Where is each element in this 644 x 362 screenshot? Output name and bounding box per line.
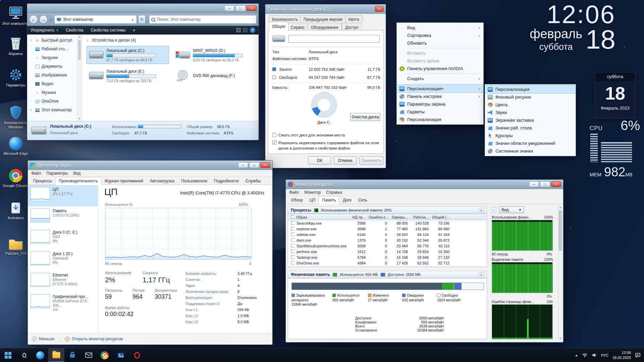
scroll-up-icon[interactable]: ▲ <box>558 205 562 209</box>
submenu-item-screensaver[interactable]: Экранная заставка <box>485 116 576 124</box>
expand-chevron-icon[interactable]: ∨ <box>30 108 33 112</box>
sidebar-scrollbar[interactable]: ▲ ▼ <box>77 35 82 121</box>
action-center-icon[interactable] <box>635 353 641 358</box>
tab-memory[interactable]: Память <box>319 196 339 204</box>
menu-item-paste-shortcut[interactable]: Вставить ярлык <box>397 57 483 65</box>
close-button[interactable]: × <box>260 162 270 168</box>
disk-cleanup-button[interactable]: Очистка диска <box>350 113 380 121</box>
dialog-titlebar[interactable]: Свойства: Локальный диск (C:) × <box>265 4 386 14</box>
drive-f[interactable]: DVD DVD RW дисковод (F:) <box>173 67 256 85</box>
menu-item-personalization-plus[interactable]: Персонализация+› <box>397 85 483 93</box>
menu-item-sort[interactable]: Сортировка› <box>397 32 483 39</box>
table-row[interactable]: perfmon.exe1612014 70829 82416 260 <box>288 249 487 254</box>
sidebar-item-videos[interactable]: Видео <box>27 79 77 88</box>
taskbar-icon-edge[interactable] <box>32 348 48 362</box>
ok-button[interactable]: ОК <box>308 157 331 165</box>
cancel-button[interactable]: Отмена <box>334 157 357 165</box>
checkbox-checked[interactable]: ✓ <box>272 140 276 144</box>
scrollbar-thumb[interactable] <box>559 210 562 251</box>
perf-item-cpu[interactable]: ЦП2% 1,17 ГГц <box>28 185 98 206</box>
column-header[interactable]: Ошибок о... <box>367 215 389 219</box>
table-row[interactable]: SearchApp.exe2588088 000140 52873 336 <box>288 220 487 226</box>
forward-button[interactable]: → <box>39 15 48 24</box>
menu-item-new[interactable]: Создать› <box>397 75 483 82</box>
perf-item-disk1[interactable]: Диск 1 (D:)Сменный0% <box>28 249 98 271</box>
minimize-button[interactable]: – <box>224 5 234 11</box>
table-header-row[interactable]: Образ ИД пр... Ошибок о... Заверш... Раб… <box>288 214 487 220</box>
taskbar-icon-photos[interactable] <box>113 348 129 362</box>
column-header[interactable]: Рабочи... <box>410 215 430 219</box>
menu-item-display-settings[interactable]: Параметры экрана <box>397 100 483 108</box>
menu-options[interactable]: Параметры <box>47 171 68 176</box>
tab-quota[interactable]: Квота <box>345 15 363 23</box>
submenu-item-colors[interactable]: Цвета <box>485 101 576 109</box>
row-checkbox[interactable] <box>291 233 295 236</box>
index-checkbox[interactable]: ✓Разрешить индексировать содержимое файл… <box>272 140 380 151</box>
perf-item-memory[interactable]: Память1,0/3,5 ГБ (29%) <box>28 206 98 228</box>
menu-item-refresh[interactable]: Обновить <box>397 39 483 47</box>
scroll-down-icon[interactable]: ▼ <box>558 337 562 340</box>
tab-previous-versions[interactable]: Предыдущие версии <box>300 15 346 23</box>
view-tiles-icon[interactable] <box>236 28 240 32</box>
sidebar-item-quick-access[interactable]: ∨★Быстрый доступ <box>27 36 77 45</box>
window-titlebar[interactable]: Диспетчер задач – □ × <box>28 161 272 170</box>
tab-processes[interactable]: Процессы <box>30 177 55 185</box>
section-header[interactable]: ∨Устройства и диски (4) <box>87 38 136 43</box>
menu-item-gadgets[interactable]: Гаджеты <box>397 108 483 116</box>
sidebar-item-documents[interactable]: Документы <box>27 62 77 71</box>
perf-item-disk0[interactable]: Диск 0 (C: E:)SSD0% <box>28 228 98 249</box>
tab-details[interactable]: Подробности <box>211 177 242 185</box>
table-row[interactable]: Taskmgr.exe5784016 16839 94827 132 <box>288 254 487 260</box>
compress-checkbox[interactable]: Сжать этот диск для экономии места <box>272 133 380 137</box>
search-input[interactable] <box>157 17 254 22</box>
submenu-item-system-icons[interactable]: Системные значки <box>485 147 576 155</box>
menu-help[interactable]: Справка <box>326 190 342 195</box>
tab-network[interactable]: Сеть <box>355 196 371 204</box>
desktop-icon-windows-security[interactable]: Безопасность Windows <box>1 104 30 129</box>
toolbar-overflow-button[interactable]: » <box>133 28 135 33</box>
sidebar-item-onedrive[interactable]: ›OneDrive <box>27 97 77 106</box>
window-titlebar[interactable]: Монитор ресурсов – □ × <box>286 180 563 189</box>
menu-view[interactable]: Вид <box>73 171 80 176</box>
menu-file[interactable]: Файл <box>289 190 299 195</box>
scroll-down-icon[interactable]: ▼ <box>77 117 82 120</box>
explorer-titlebar[interactable]: – □ × <box>27 4 259 13</box>
close-button[interactable]: × <box>247 5 257 11</box>
sidebar-item-pictures[interactable]: Изображения <box>27 71 77 79</box>
back-button[interactable]: ← <box>29 15 38 24</box>
physical-memory-section-header[interactable]: Физическая память Используется: 955 МБ Д… <box>288 271 487 278</box>
table-row[interactable]: OneDrive.exe4984017 42862 55252 712 <box>288 260 487 266</box>
taskbar-search-button[interactable] <box>16 348 32 362</box>
network-icon[interactable] <box>582 353 588 358</box>
submenu-item-personalization[interactable]: Персонализация <box>485 85 576 93</box>
drive-e[interactable]: Локальный диск (E:) 71,0 ГБ свободно из … <box>87 67 169 85</box>
apply-button[interactable]: Применить <box>359 157 383 165</box>
sidebar-item-desktop[interactable]: Рабочий сто... <box>27 45 77 53</box>
desktop-icon-patches-fix[interactable]: Patches_FIX <box>1 235 30 256</box>
volume-label-input[interactable] <box>288 35 380 43</box>
desktop-icon-chrome[interactable]: Google Chrome <box>1 167 30 188</box>
sidebar-item-music[interactable]: ♪Музыка <box>27 88 77 97</box>
row-checkbox[interactable] <box>291 238 295 242</box>
collapse-chevron-icon[interactable]: ∧ <box>479 208 484 213</box>
table-row[interactable]: StartMenuExperienceHost.exe3008023 46456… <box>288 243 487 249</box>
checkbox-unchecked[interactable] <box>272 133 276 137</box>
taskbar-icon-explorer[interactable] <box>48 348 64 362</box>
column-header[interactable]: ИД пр... <box>348 215 367 219</box>
maximize-button[interactable]: □ <box>540 181 550 187</box>
collapse-panel-icon[interactable]: › <box>491 207 496 213</box>
language-indicator[interactable]: РУС <box>601 353 608 357</box>
submenu-item-desktop-icons[interactable]: Значки раб. стола <box>485 124 576 132</box>
tray-clock[interactable]: 12:06 18.02.2023 <box>612 350 631 360</box>
table-row[interactable]: sidebar.exe5140028 92049 12431 164 <box>288 232 487 237</box>
minimize-button[interactable]: – <box>238 162 248 168</box>
expand-chevron-icon[interactable]: › <box>30 100 33 103</box>
taskbar-icon-chrome[interactable] <box>97 348 113 362</box>
desktop-icon-this-pc[interactable]: Этот компьютер <box>1 5 30 26</box>
table-row[interactable]: dwm.exe1376030 15252 34435 872 <box>288 237 487 243</box>
row-checkbox[interactable] <box>291 244 295 247</box>
processes-section-header[interactable]: Процессы Использование физической памяти… <box>288 206 487 214</box>
expand-chevron-icon[interactable]: ∨ <box>30 39 33 42</box>
scrollbar-thumb[interactable] <box>78 40 81 60</box>
taskbar-icon-mail[interactable] <box>80 348 97 362</box>
